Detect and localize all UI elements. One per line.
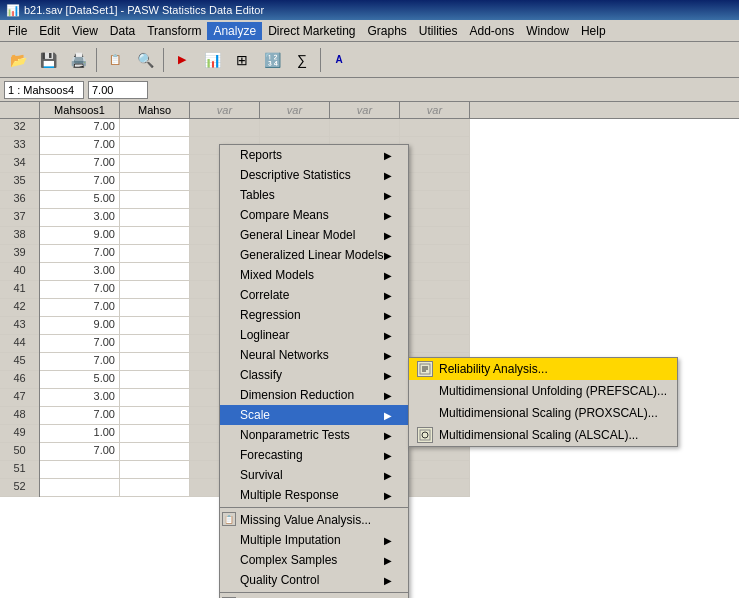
cell-33-1[interactable]: 7.00 [40, 137, 120, 155]
menu-tables[interactable]: Tables▶ [220, 185, 408, 205]
menu-scale[interactable]: Scale▶ [220, 405, 408, 425]
menu-compare-means[interactable]: Compare Means▶ [220, 205, 408, 225]
menu-proxscal[interactable]: Multidimensional Scaling (PROXSCAL)... [409, 402, 677, 424]
menu-general-linear[interactable]: General Linear Model▶ [220, 225, 408, 245]
menu-gen-linear-models[interactable]: Generalized Linear Models▶ [220, 245, 408, 265]
cell-41-1[interactable]: 7.00 [40, 281, 120, 299]
cell-36-1[interactable]: 5.00 [40, 191, 120, 209]
cell-reference[interactable] [4, 81, 84, 99]
menu-reports[interactable]: Reports▶ [220, 145, 408, 165]
cell-value[interactable] [88, 81, 148, 99]
menu-data[interactable]: Data [104, 22, 141, 40]
cell-39-2[interactable] [120, 245, 190, 263]
find-btn[interactable]: 🔍 [131, 46, 159, 74]
cell-46-1[interactable]: 5.00 [40, 371, 120, 389]
spss-btn[interactable]: A [325, 46, 353, 74]
cell-46-2[interactable] [120, 371, 190, 389]
save-btn[interactable]: 💾 [34, 46, 62, 74]
cell-42-2[interactable] [120, 299, 190, 317]
menu-desc-stats[interactable]: Descriptive Statistics▶ [220, 165, 408, 185]
menu-multi-imputation[interactable]: Multiple Imputation▶ [220, 530, 408, 550]
menu-help[interactable]: Help [575, 22, 612, 40]
cell-40-1[interactable]: 3.00 [40, 263, 120, 281]
cell-43-2[interactable] [120, 317, 190, 335]
chart-btn[interactable]: 📊 [198, 46, 226, 74]
cell-50-1[interactable]: 7.00 [40, 443, 120, 461]
analyze-dropdown[interactable]: Reports▶ Descriptive Statistics▶ Tables▶… [219, 144, 409, 598]
menu-file[interactable]: File [2, 22, 33, 40]
cell-44-1[interactable]: 7.00 [40, 335, 120, 353]
cell-38-2[interactable] [120, 227, 190, 245]
cell-50-2[interactable] [120, 443, 190, 461]
menu-direct-marketing[interactable]: Direct Marketing [262, 22, 361, 40]
menu-correlate[interactable]: Correlate▶ [220, 285, 408, 305]
menu-quality-control[interactable]: Quality Control▶ [220, 570, 408, 590]
menu-edit[interactable]: Edit [33, 22, 66, 40]
cell-51-1[interactable] [40, 461, 120, 479]
menu-survival[interactable]: Survival▶ [220, 465, 408, 485]
menu-alscal[interactable]: Multidimensional Scaling (ALSCAL)... [409, 424, 677, 446]
grid-btn[interactable]: ⊞ [228, 46, 256, 74]
menu-complex-samples[interactable]: Complex Samples▶ [220, 550, 408, 570]
menu-view[interactable]: View [66, 22, 104, 40]
cell-45-2[interactable] [120, 353, 190, 371]
menu-forecasting[interactable]: Forecasting▶ [220, 445, 408, 465]
menu-transform[interactable]: Transform [141, 22, 207, 40]
cell-47-1[interactable]: 3.00 [40, 389, 120, 407]
cell-33-2[interactable] [120, 137, 190, 155]
cell-35-2[interactable] [120, 173, 190, 191]
var-btn[interactable]: 📋 [101, 46, 129, 74]
cell-38-1[interactable]: 9.00 [40, 227, 120, 245]
stat-btn[interactable]: ∑ [288, 46, 316, 74]
menu-dim-reduction[interactable]: Dimension Reduction▶ [220, 385, 408, 405]
cell-42-1[interactable]: 7.00 [40, 299, 120, 317]
cell-47-2[interactable] [120, 389, 190, 407]
cell-44-2[interactable] [120, 335, 190, 353]
menu-loglinear[interactable]: Loglinear▶ [220, 325, 408, 345]
cell-49-1[interactable]: 1.00 [40, 425, 120, 443]
cell-48-2[interactable] [120, 407, 190, 425]
menu-analyze[interactable]: Analyze [207, 22, 262, 40]
print-btn[interactable]: 🖨️ [64, 46, 92, 74]
cell-43-1[interactable]: 9.00 [40, 317, 120, 335]
cell-37-2[interactable] [120, 209, 190, 227]
cell-37-1[interactable]: 3.00 [40, 209, 120, 227]
menu-mixed-models[interactable]: Mixed Models▶ [220, 265, 408, 285]
toolbar-sep-3 [320, 48, 321, 72]
menu-missing-value[interactable]: 📋 Missing Value Analysis... [220, 510, 408, 530]
cell-52-1[interactable] [40, 479, 120, 497]
cell-34-1[interactable]: 7.00 [40, 155, 120, 173]
cell-41-2[interactable] [120, 281, 190, 299]
menu-utilities[interactable]: Utilities [413, 22, 464, 40]
open-btn[interactable]: 📂 [4, 46, 32, 74]
menu-neural-networks[interactable]: Neural Networks▶ [220, 345, 408, 365]
cell-45-1[interactable]: 7.00 [40, 353, 120, 371]
menu-bar: File Edit View Data Transform Analyze Di… [0, 20, 739, 42]
menu-nonparam[interactable]: Nonparametric Tests▶ [220, 425, 408, 445]
menu-window[interactable]: Window [520, 22, 575, 40]
cell-51-2[interactable] [120, 461, 190, 479]
cell-35-1[interactable]: 7.00 [40, 173, 120, 191]
menu-multi-response[interactable]: Multiple Response▶ [220, 485, 408, 505]
menu-classify[interactable]: Classify▶ [220, 365, 408, 385]
menu-prefscal[interactable]: Multidimensional Unfolding (PREFSCAL)... [409, 380, 677, 402]
cell-34-2[interactable] [120, 155, 190, 173]
menu-regression[interactable]: Regression▶ [220, 305, 408, 325]
cell-39-1[interactable]: 7.00 [40, 245, 120, 263]
menu-graphs[interactable]: Graphs [361, 22, 412, 40]
cell-40-2[interactable] [120, 263, 190, 281]
col-var3: var [330, 102, 400, 118]
cell-49-2[interactable] [120, 425, 190, 443]
scale-submenu[interactable]: Reliability Analysis... Multidimensional… [408, 357, 678, 447]
row-49: 49 [0, 425, 39, 443]
run-btn[interactable]: ▶ [168, 46, 196, 74]
cell-32-2[interactable] [120, 119, 190, 137]
menu-add-ons[interactable]: Add-ons [464, 22, 521, 40]
calc-btn[interactable]: 🔢 [258, 46, 286, 74]
cell-52-2[interactable] [120, 479, 190, 497]
svg-point-5 [422, 432, 428, 438]
cell-48-1[interactable]: 7.00 [40, 407, 120, 425]
cell-36-2[interactable] [120, 191, 190, 209]
cell-32-1[interactable]: 7.00 [40, 119, 120, 137]
menu-reliability[interactable]: Reliability Analysis... [409, 358, 677, 380]
